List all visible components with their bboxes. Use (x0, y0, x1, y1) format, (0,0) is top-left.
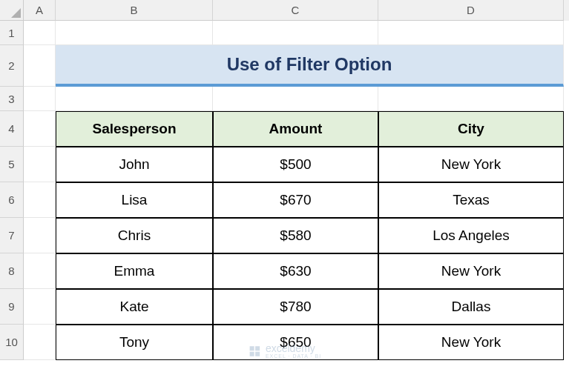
cell-A7[interactable] (24, 218, 56, 253)
row-headers: 1 2 3 4 5 6 7 8 9 10 (0, 21, 24, 360)
cell-city[interactable]: New York (378, 325, 564, 360)
col-header-A[interactable]: A (24, 0, 56, 21)
row-header-10[interactable]: 10 (0, 325, 24, 360)
grid-row-1 (24, 21, 569, 45)
header-salesperson[interactable]: Salesperson (56, 111, 213, 147)
cell-A1[interactable] (24, 21, 56, 45)
cell-A4[interactable] (24, 111, 56, 147)
header-amount[interactable]: Amount (213, 111, 378, 147)
row-header-8[interactable]: 8 (0, 253, 24, 289)
select-all-cell[interactable] (0, 0, 24, 21)
watermark: exceldemy EXCEL · DATA · BI (248, 343, 321, 359)
cell-salesperson[interactable]: Emma (56, 253, 213, 289)
watermark-sub: EXCEL · DATA · BI (266, 353, 321, 359)
cell-salesperson[interactable]: Tony (56, 325, 213, 360)
cell-A9[interactable] (24, 289, 56, 325)
watermark-logo-icon (248, 345, 261, 358)
cell-A6[interactable] (24, 182, 56, 218)
cell-amount[interactable]: $670 (213, 182, 378, 218)
cell-salesperson[interactable]: Kate (56, 289, 213, 325)
cell-amount[interactable]: $630 (213, 253, 378, 289)
row-header-6[interactable]: 6 (0, 182, 24, 218)
grid-row-3 (24, 87, 569, 111)
cell-A8[interactable] (24, 253, 56, 289)
column-headers: A B C D (24, 0, 569, 21)
cell-A10[interactable] (24, 325, 56, 360)
cell-D1[interactable] (378, 21, 564, 45)
spreadsheet-grid: Use of Filter Option Salesperson Amount … (24, 21, 569, 392)
cell-city[interactable]: Dallas (378, 289, 564, 325)
table-row: Kate $780 Dallas (24, 289, 569, 325)
cell-B1[interactable] (56, 21, 213, 45)
header-city[interactable]: City (378, 111, 564, 147)
table-header-row: Salesperson Amount City (24, 111, 569, 147)
table-row: Emma $630 New York (24, 253, 569, 289)
cell-amount[interactable]: $580 (213, 218, 378, 253)
row-header-5[interactable]: 5 (0, 147, 24, 182)
row-header-9[interactable]: 9 (0, 289, 24, 325)
table-row: John $500 New York (24, 147, 569, 182)
cell-C3[interactable] (213, 87, 378, 111)
cell-A5[interactable] (24, 147, 56, 182)
cell-salesperson[interactable]: Lisa (56, 182, 213, 218)
cell-A2[interactable] (24, 45, 56, 87)
col-header-B[interactable]: B (56, 0, 213, 21)
watermark-main: exceldemy (266, 343, 321, 353)
col-header-C[interactable]: C (213, 0, 378, 21)
cell-D3[interactable] (378, 87, 564, 111)
cell-city[interactable]: New York (378, 253, 564, 289)
row-header-7[interactable]: 7 (0, 218, 24, 253)
row-header-2[interactable]: 2 (0, 45, 24, 87)
cell-A3[interactable] (24, 87, 56, 111)
cell-city[interactable]: Los Angeles (378, 218, 564, 253)
cell-amount[interactable]: $780 (213, 289, 378, 325)
cell-amount[interactable]: $500 (213, 147, 378, 182)
grid-row-2: Use of Filter Option (24, 45, 569, 87)
table-row: Lisa $670 Texas (24, 182, 569, 218)
row-header-3[interactable]: 3 (0, 87, 24, 111)
cell-B3[interactable] (56, 87, 213, 111)
cell-C1[interactable] (213, 21, 378, 45)
cell-salesperson[interactable]: John (56, 147, 213, 182)
row-header-4[interactable]: 4 (0, 111, 24, 147)
cell-city[interactable]: Texas (378, 182, 564, 218)
row-header-1[interactable]: 1 (0, 21, 24, 45)
col-header-D[interactable]: D (378, 0, 564, 21)
table-row: Chris $580 Los Angeles (24, 218, 569, 253)
cell-city[interactable]: New York (378, 147, 564, 182)
cell-salesperson[interactable]: Chris (56, 218, 213, 253)
title-cell[interactable]: Use of Filter Option (56, 45, 564, 87)
